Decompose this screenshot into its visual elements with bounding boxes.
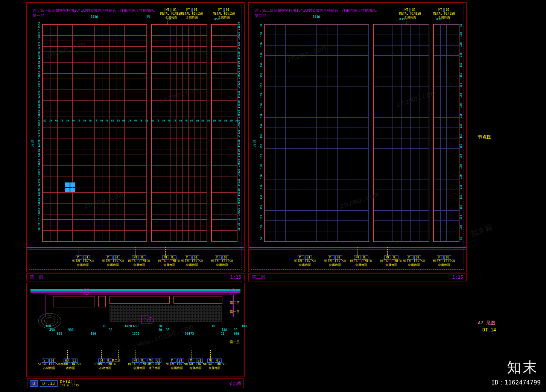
layer-label-right: 第二层: [255, 13, 266, 18]
dim-value: 140: [237, 152, 240, 157]
dim-value: 70: [145, 119, 148, 122]
dim-value: 150: [459, 215, 462, 220]
dim-value: 140: [38, 74, 41, 79]
dim-value: 50: [38, 228, 41, 231]
dim-value: 150: [260, 62, 263, 67]
dim-value: 20: [237, 198, 240, 201]
dim-value: 150: [459, 134, 462, 138]
dim-value: 70: [173, 119, 176, 122]
dim-value: 20: [38, 159, 41, 162]
dim-value: 20: [237, 32, 240, 35]
dim-value: 140: [38, 113, 41, 118]
dim-value: 150: [459, 62, 462, 67]
dim-value: 20: [38, 130, 41, 133]
dim-value: 10: [158, 328, 162, 332]
dim-value: 150: [459, 205, 462, 210]
dim-value: 33: [117, 119, 120, 122]
dim-value: 140: [237, 45, 240, 50]
dim-value: 70: [128, 119, 131, 122]
dim-value: 150: [260, 103, 263, 108]
dim-value: 140: [38, 103, 41, 108]
dim-value: 20: [237, 110, 240, 113]
dim-value: 70: [66, 119, 69, 122]
dim-value: 140: [38, 162, 41, 167]
panel-detail: a b c 1009001003030135030358753014080014…: [26, 283, 245, 377]
dim-value: 140: [38, 64, 41, 69]
dim-value: 70: [77, 119, 80, 122]
dim-value: 140: [237, 211, 240, 216]
dim-value: 1420: [125, 325, 132, 328]
dim-value: 50: [224, 119, 227, 122]
gp-l2: [151, 24, 207, 242]
plan-box: [110, 296, 170, 304]
side-label: 节点图: [478, 134, 491, 140]
dim-value: 70: [167, 119, 170, 122]
dim-value: 20: [237, 140, 240, 143]
dim-value: 150: [260, 144, 263, 149]
dim-value: 20: [38, 42, 41, 45]
gp-r3: [433, 24, 459, 242]
material-tag: MR01MIRROR镜子饰面: [147, 359, 162, 370]
dim-value: 20: [38, 61, 41, 64]
material-tag: MT01METAL FINISH金属饰面: [350, 255, 372, 267]
material-tag: MT01METAL FINISH金属饰面: [158, 255, 180, 267]
dim-value: 30: [109, 328, 113, 332]
dim-value: 20: [237, 130, 240, 133]
dim-value: 50: [459, 24, 462, 27]
title-left-scale: 1:15: [230, 275, 241, 280]
dim-value: 50: [196, 119, 199, 122]
dim-value: 300: [241, 325, 246, 328]
dim-value: 140: [38, 201, 41, 206]
dim-value: 30: [158, 325, 162, 328]
dim-value: 140: [237, 143, 240, 147]
dim-value: 140: [38, 211, 41, 216]
titlebar-right: 第二层 1:15: [248, 273, 467, 281]
material-tag: MT01METAL FINISH金属饰面: [433, 255, 455, 267]
dim-value: 140: [237, 103, 240, 108]
material-tag: MT01METAL FINISH金属饰面: [72, 255, 94, 267]
layer-label-left: 第一层: [33, 13, 44, 18]
dim-value: 70: [151, 119, 154, 122]
layer-mini-label: 第一层: [230, 310, 240, 315]
material-tag: MT01METAL FINISH金属饰面: [102, 255, 124, 267]
material-tag: MT01METAL FINISH金属饰面: [181, 8, 203, 20]
dim-l-w1: 1410: [91, 15, 98, 19]
marker-icon: [65, 188, 70, 192]
dim-value: 140: [38, 182, 41, 187]
dim-value: 15: [38, 218, 41, 221]
dim-value: 150: [260, 164, 263, 169]
dim-value: 82: [43, 119, 46, 122]
dim-value: 140: [38, 123, 41, 128]
dim-value: 50: [260, 237, 263, 240]
dim-value: 150: [260, 123, 263, 128]
hatch-area: [110, 305, 222, 322]
dim-l-w2: 35: [146, 15, 150, 19]
material-tag: MT01METAL FINISH金属饰面: [380, 255, 402, 267]
dim-value: 300: [234, 332, 239, 336]
dim-value: 140: [237, 35, 240, 40]
dim-value: 50: [237, 228, 240, 231]
dim-value: 150: [459, 174, 462, 179]
dim-value: 150: [459, 32, 462, 37]
dim-value: 20: [38, 198, 41, 201]
gp-l3: [211, 24, 237, 242]
dim-value: 100: [91, 332, 96, 336]
dim-value: 20: [38, 140, 41, 143]
dim-value: 20: [237, 159, 240, 162]
titlebar-left: 第一层 1:15: [26, 273, 245, 281]
dim-value: 140: [237, 55, 240, 59]
detail-drawing: a b c 1009001003030135030358753014080014…: [30, 287, 240, 347]
dim-value: 140: [222, 328, 227, 332]
detail-dims: 1009001003030135030358753014080014201090…: [46, 325, 237, 340]
dim-value: 39: [234, 328, 237, 332]
dim-value: 150: [260, 52, 263, 57]
dim-value: 150: [260, 73, 263, 77]
material-tag: WD01WOOD FINISH木饰面: [61, 359, 81, 370]
dim-value: 70: [83, 119, 86, 122]
dim-value: 10: [221, 332, 225, 336]
dim-value: 140: [38, 133, 41, 138]
gp-r1: [264, 24, 369, 242]
dim-value: 150: [459, 73, 462, 77]
plan-box: [53, 296, 94, 307]
dim-value: 140: [38, 191, 41, 196]
